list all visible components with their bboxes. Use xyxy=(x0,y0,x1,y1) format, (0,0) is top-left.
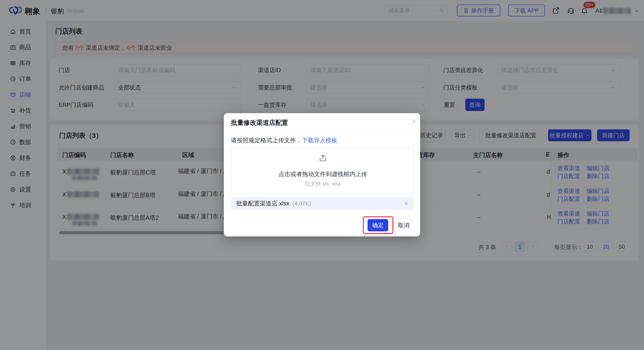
upload-main-text: 点击或者拖动文件到虚线框内上传 xyxy=(231,170,414,178)
uploaded-file-item[interactable]: 批量配置渠道店.xlsx (4.07K) xyxy=(231,197,414,210)
app-screen: 翱象 | 银豹 Yinbao 搜索菜单 操作手册 下载 APP 99+ A1 首… xyxy=(0,0,644,350)
click-highlight-annotation xyxy=(363,216,394,234)
upload-sub-text: 仅支持 xls, xlsx xyxy=(231,180,414,187)
batch-modify-modal: 批量修改渠道店配置 请按照规定格式上传文件， 下载导入模板 点击或者拖动文件到虚… xyxy=(224,113,420,236)
download-template-link[interactable]: 下载导入模板 xyxy=(302,136,337,144)
upload-icon xyxy=(318,154,328,163)
upload-dropzone[interactable]: 点击或者拖动文件到虚线框内上传 仅支持 xls, xlsx xyxy=(231,147,414,194)
cancel-button[interactable]: 取消 xyxy=(394,219,414,231)
uploaded-file-size: (4.07K) xyxy=(292,200,311,207)
modal-close-icon[interactable] xyxy=(410,118,418,125)
modal-title: 批量修改渠道店配置 xyxy=(231,118,288,127)
remove-file-icon[interactable] xyxy=(403,201,409,207)
modal-tip: 请按照规定格式上传文件， 下载导入模板 xyxy=(231,136,337,144)
uploaded-file-name: 批量配置渠道店.xlsx xyxy=(236,200,289,208)
